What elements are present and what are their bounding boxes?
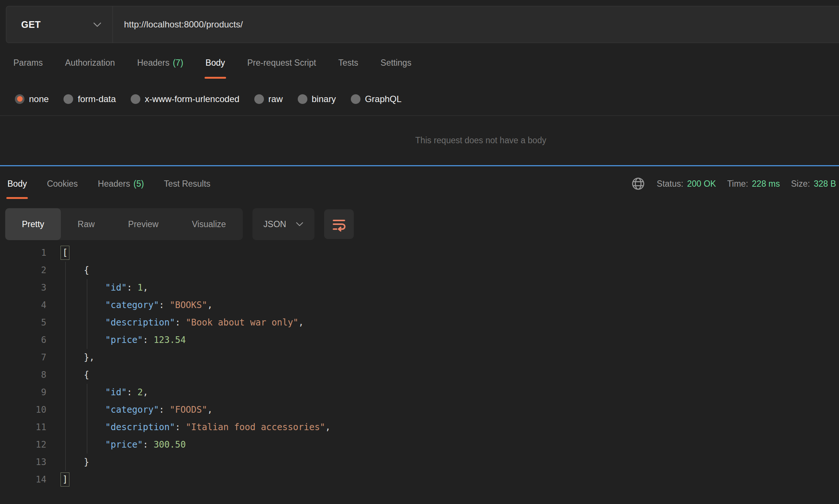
body-type-binary[interactable]: binary [298,94,336,104]
wrap-text-button[interactable] [324,209,354,239]
code-line-content: }, [46,349,95,366]
line-number: 2 [0,262,46,279]
chevron-down-icon [93,22,101,27]
code-line-content: "price": 300.50 [46,436,186,454]
request-tab-headers[interactable]: Headers(7) [137,43,183,82]
view-mode-switcher: PrettyRawPreviewVisualize [5,208,243,240]
code-line-content: ] [46,471,68,488]
code-line: 3 "id": 1, [0,279,839,297]
view-mode-raw[interactable]: Raw [61,208,111,240]
code-line-content: "description": "Italian food accessories… [46,419,330,436]
tab-label: Tests [338,58,358,68]
tab-label: Settings [381,58,411,68]
radio-icon[interactable] [298,94,307,104]
response-time: Time:228 ms [727,179,780,189]
request-tab-tests[interactable]: Tests [338,43,358,82]
chevron-down-icon [296,222,303,226]
tab-label: Cookies [47,179,78,189]
code-line-content: { [46,366,89,384]
radio-label: binary [312,94,336,104]
tab-label: Params [13,58,43,68]
response-meta-bar: BodyCookiesHeaders(5)Test Results Status… [0,166,839,201]
tab-count-badge: (7) [173,58,183,68]
radio-label: GraphQL [365,94,402,104]
body-type-x-www-form-urlencoded[interactable]: x-www-form-urlencoded [131,94,239,104]
request-url-bar: GET http://localhost:8000/products/ [6,6,839,43]
view-mode-visualize[interactable]: Visualize [175,208,243,240]
code-line: 8 { [0,366,839,384]
line-number: 5 [0,314,46,331]
radio-label: none [29,94,49,104]
view-mode-preview[interactable]: Preview [111,208,175,240]
radio-icon[interactable] [131,94,140,104]
code-line: 7 }, [0,349,839,366]
response-tab-headers[interactable]: Headers(5) [98,166,144,201]
radio-label: x-www-form-urlencoded [145,94,239,104]
response-tab-cookies[interactable]: Cookies [47,166,78,201]
meta-label: Time: [727,179,748,189]
indent-guide [87,279,87,349]
url-input[interactable]: http://localhost:8000/products/ [113,6,839,43]
request-tab-body[interactable]: Body [206,43,225,82]
method-selector[interactable]: GET [6,6,112,43]
code-line-content: "id": 2, [46,384,148,401]
code-line: 4 "category": "BOOKS", [0,297,839,314]
radio-label: raw [268,94,283,104]
view-mode-pretty[interactable]: Pretty [5,208,61,240]
response-tabs: BodyCookiesHeaders(5)Test Results [7,166,210,201]
body-type-form-data[interactable]: form-data [63,94,116,104]
body-type-raw[interactable]: raw [254,94,283,104]
request-tab-settings[interactable]: Settings [381,43,411,82]
radio-icon[interactable] [254,94,264,104]
request-tabs: ParamsAuthorizationHeaders(7)BodyPre-req… [0,43,839,82]
globe-icon[interactable] [631,176,646,191]
code-line: 14] [0,471,839,488]
code-line-content: { [46,262,89,279]
line-number: 12 [0,436,46,454]
request-tab-pre-request-script[interactable]: Pre-request Script [247,43,316,82]
body-type-graphql[interactable]: GraphQL [351,94,402,104]
line-number: 3 [0,279,46,297]
response-tab-body[interactable]: Body [7,166,27,201]
meta-label: Size: [791,179,810,189]
tab-label: Headers [98,179,130,189]
code-line-content: "price": 123.54 [46,331,186,349]
radio-label: form-data [78,94,116,104]
radio-icon[interactable] [63,94,73,104]
line-number: 13 [0,454,46,471]
request-tab-authorization[interactable]: Authorization [65,43,115,82]
code-line-content: "category": "FOODS", [46,401,213,419]
code-line-content: [ [46,244,68,262]
indent-guide [87,384,87,454]
radio-selected-icon[interactable] [15,94,25,104]
response-body-viewer[interactable]: 1[2 {3 "id": 1,4 "category": "BOOKS",5 "… [0,240,839,488]
line-number: 6 [0,331,46,349]
method-label: GET [21,19,41,30]
code-line: 12 "price": 300.50 [0,436,839,454]
request-tab-params[interactable]: Params [13,43,43,82]
response-tab-test-results[interactable]: Test Results [164,166,210,201]
tab-label: Body [7,179,27,189]
body-type-none[interactable]: none [15,94,49,104]
tab-label: Headers [137,58,170,68]
response-meta-items: Status:200 OKTime:228 msSize:328 B [657,179,836,189]
code-line: 10 "category": "FOODS", [0,401,839,419]
line-number: 14 [0,471,46,488]
meta-value: 200 OK [687,179,716,189]
empty-body-message: This request does not have a body [0,116,839,165]
format-selector[interactable]: JSON [252,208,314,240]
line-number: 4 [0,297,46,314]
code-line: 6 "price": 123.54 [0,331,839,349]
radio-icon[interactable] [351,94,360,104]
tab-label: Test Results [164,179,210,189]
line-number: 1 [0,244,46,262]
wrap-text-icon [331,216,347,232]
code-line: 5 "description": "Book about war only", [0,314,839,331]
line-number: 11 [0,419,46,436]
format-label: JSON [264,219,286,229]
line-number: 9 [0,384,46,401]
meta-value: 328 B [814,179,836,189]
code-line-content: "category": "BOOKS", [46,297,213,314]
code-line: 11 "description": "Italian food accessor… [0,419,839,436]
response-toolbar: PrettyRawPreviewVisualize JSON [0,201,839,240]
